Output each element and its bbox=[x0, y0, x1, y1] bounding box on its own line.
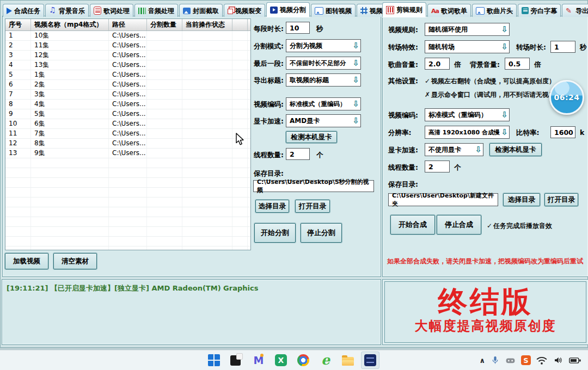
tab-合成任务[interactable]: 合成任务 bbox=[3, 4, 44, 17]
failure-notice-text: 如果全部合成失败，请关闭显卡加速，把视频编码改为重编码后重试 bbox=[387, 257, 583, 266]
rule-open-dir-button[interactable]: 打开目录 bbox=[544, 193, 578, 206]
tab-歌词处理[interactable]: 歌词处理 bbox=[90, 4, 133, 17]
rule-threads-input[interactable]: 2 bbox=[425, 161, 450, 172]
m-app-button[interactable] bbox=[249, 351, 268, 369]
rule-save-dir-input[interactable]: C:\Users\User\Desktop\新建文件夹 bbox=[388, 193, 498, 206]
bitrate-input[interactable]: 1600 bbox=[550, 126, 575, 138]
rule-choose-dir-button[interactable]: 选择目录 bbox=[503, 193, 540, 206]
rule-encode-select[interactable]: 标准模式（重编码） ⇩ bbox=[425, 108, 510, 121]
cell-index: 13 bbox=[5, 149, 31, 158]
choose-dir-button[interactable]: 选择目录 bbox=[255, 200, 289, 213]
detect-gpu-button[interactable]: 检测本机显卡 bbox=[286, 131, 337, 143]
table-row[interactable]: 110集C:\Users... bbox=[5, 31, 250, 41]
transition-duration-input[interactable]: 1 bbox=[550, 41, 575, 53]
transition-select[interactable]: 随机转场 ⇩ bbox=[425, 40, 510, 53]
tab-背景音乐[interactable]: 背景音乐 bbox=[45, 4, 89, 17]
volume-tray-button[interactable] bbox=[550, 351, 566, 369]
cell-empty bbox=[5, 237, 31, 246]
table-row[interactable]: 106集C:\Users... bbox=[5, 119, 250, 129]
flip-video-option[interactable]: ✓视频左右翻转（合成慢，可以提高原创度） bbox=[425, 77, 555, 86]
sogou-tray-button[interactable] bbox=[518, 351, 534, 369]
table-row[interactable]: 139集C:\Users... bbox=[5, 149, 250, 158]
tab-音频处理[interactable]: 音频处理 bbox=[134, 4, 178, 17]
tab-视频分割[interactable]: 视频分割 bbox=[266, 2, 310, 17]
video-rule-select[interactable]: 随机循环使用 ⇩ bbox=[425, 23, 510, 36]
transition-label: 转场特效: bbox=[388, 43, 418, 52]
split-mode-select[interactable]: 分割为视频 ⇩ bbox=[286, 39, 361, 52]
last-segment-select[interactable]: 不保留时长不足部分 ⇩ bbox=[286, 57, 361, 70]
threads-input[interactable]: 2 bbox=[286, 148, 310, 160]
show-cmd-option[interactable]: ✗显示命令窗口（调试用，用不到话请无视） bbox=[425, 90, 555, 100]
stop-compose-button[interactable]: 停止合成 bbox=[437, 215, 481, 235]
tray-expand-button[interactable]: ∧ bbox=[476, 351, 488, 369]
task-view-button[interactable] bbox=[227, 351, 246, 369]
table-row[interactable]: 73集C:\Users... bbox=[5, 90, 250, 100]
load-video-button[interactable]: 加载视频 bbox=[5, 253, 48, 269]
ie-button[interactable] bbox=[316, 351, 335, 369]
segment-duration-input[interactable]: 10 bbox=[286, 22, 310, 34]
encode-select[interactable]: 标准模式（重编码） ⇩ bbox=[286, 97, 361, 110]
table-row[interactable]: 51集C:\Users... bbox=[5, 70, 250, 80]
play-sound-option[interactable]: ✓任务完成后播放音效 bbox=[487, 221, 552, 231]
table-row[interactable]: 84集C:\Users... bbox=[5, 100, 250, 109]
windows-start-button[interactable] bbox=[205, 351, 223, 369]
chevron-down-icon: ⇩ bbox=[501, 26, 508, 34]
column-header[interactable] bbox=[232, 19, 248, 30]
column-header[interactable]: 当前操作状态 bbox=[182, 19, 232, 30]
cell-index: 7 bbox=[5, 90, 31, 99]
rule-detect-gpu-button[interactable]: 检测本机显卡 bbox=[489, 143, 542, 156]
tab-图转视频[interactable]: 图转视频 bbox=[311, 4, 356, 17]
video-app-button[interactable] bbox=[361, 351, 379, 369]
file-explorer-button[interactable] bbox=[339, 351, 357, 369]
tab-导出标题[interactable]: 导出标题 bbox=[562, 4, 588, 17]
column-header[interactable]: 路径 bbox=[109, 19, 147, 30]
wifi-tray-button[interactable] bbox=[534, 351, 550, 369]
table-row[interactable]: 117集C:\Users... bbox=[5, 129, 250, 139]
table-row[interactable]: 95集C:\Users... bbox=[5, 109, 250, 119]
cell-path: C:\Users... bbox=[109, 149, 147, 158]
chrome-button[interactable] bbox=[294, 351, 313, 369]
video-list-table[interactable]: 序号视频名称（mp4格式）路径分割数量当前操作状态 110集C:\Users..… bbox=[5, 18, 251, 250]
log-panel[interactable]: [19:11:21] 【已开启显卡加速】[独立显卡] AMD Radeon(TM… bbox=[2, 279, 381, 345]
tab-label: 音频处理 bbox=[148, 8, 174, 14]
cell-index: 5 bbox=[5, 70, 31, 79]
tab-歌词歌单[interactable]: 歌词歌单 bbox=[427, 4, 471, 17]
clear-material-button[interactable]: 清空素材 bbox=[53, 253, 97, 269]
table-row[interactable]: 312集C:\Users... bbox=[5, 51, 250, 60]
cell-name: 3集 bbox=[31, 90, 109, 99]
stop-split-button[interactable]: 停止分割 bbox=[301, 223, 342, 243]
battery-tray-button[interactable] bbox=[566, 351, 584, 369]
tab-剪辑规则[interactable]: 剪辑规则 bbox=[382, 2, 426, 17]
save-dir-input[interactable]: C:\Users\User\Desktop\5秒分割的视频 bbox=[253, 180, 374, 192]
microphone-tray-button[interactable] bbox=[488, 351, 503, 369]
table-row[interactable]: 211集C:\Users... bbox=[5, 41, 250, 51]
gpu-select[interactable]: AMD显卡 ⇩ bbox=[286, 114, 361, 127]
cell-empty bbox=[232, 168, 248, 177]
table-row[interactable]: 413集C:\Users... bbox=[5, 60, 250, 70]
tab-旁白字幕[interactable]: 旁白字幕 bbox=[518, 4, 561, 17]
start-compose-button[interactable]: 开始合成 bbox=[390, 215, 435, 235]
column-header[interactable]: 视频名称（mp4格式） bbox=[31, 19, 109, 30]
tab-封面截取[interactable]: 封面截取 bbox=[179, 4, 223, 17]
sogou-icon bbox=[521, 355, 531, 365]
table-row[interactable]: 62集C:\Users... bbox=[5, 80, 250, 90]
column-header[interactable]: 序号 bbox=[5, 19, 31, 30]
clock-widget[interactable]: 06:24 bbox=[549, 80, 584, 115]
video-split-icon bbox=[270, 7, 278, 14]
tab-歌曲片头[interactable]: 歌曲片头 bbox=[472, 4, 517, 17]
tab-视频裂变[interactable]: 视频裂变 bbox=[224, 4, 265, 17]
export-title-select[interactable]: 取视频的标题 ⇩ bbox=[286, 73, 361, 87]
start-split-button[interactable]: 开始分割 bbox=[254, 223, 296, 243]
bg-volume-input[interactable]: 0.5 bbox=[505, 58, 530, 70]
table-row[interactable]: 128集C:\Users... bbox=[5, 139, 250, 149]
chevron-down-icon: ⇩ bbox=[352, 76, 359, 84]
controller-tray-button[interactable] bbox=[503, 351, 518, 369]
taskbar-app-icons bbox=[205, 351, 379, 369]
column-header[interactable]: 分割数量 bbox=[147, 19, 182, 30]
song-volume-input[interactable]: 2.0 bbox=[425, 58, 450, 70]
rule-gpu-select[interactable]: 不使用显卡 ⇩ bbox=[425, 143, 483, 156]
resolution-select[interactable]: 高清 1920x1080 合成慢 ⇩ bbox=[425, 126, 510, 139]
open-dir-button[interactable]: 打开目录 bbox=[295, 200, 330, 213]
last-segment-label: 最后一段: bbox=[254, 59, 284, 69]
wps-button[interactable] bbox=[272, 351, 290, 369]
